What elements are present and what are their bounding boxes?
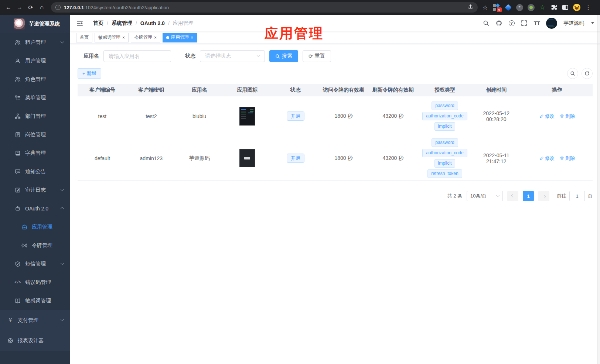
sidebar-item-sms[interactable]: 短信管理 [0,255,70,273]
status-select[interactable]: 请选择状态 [200,50,265,62]
grant-tag: implicit [434,122,456,131]
chevron-down-icon [61,261,64,265]
goto-page-input[interactable] [569,191,585,201]
user-avatar[interactable] [546,18,557,29]
chevron-down-icon [61,317,64,321]
extension-green-dot-icon[interactable] [527,4,535,11]
menu-tree-icon [15,95,21,101]
tab-home[interactable]: 首页 [76,33,92,42]
sidebar-item-notice[interactable]: 通知公告 [0,162,70,181]
browser-home-button[interactable]: ⌂ [37,3,47,12]
extensions-puzzle-icon[interactable] [550,4,558,11]
app-name-input[interactable] [103,50,171,62]
edit-button[interactable]: 修改 [539,113,555,120]
page-unit-label: 页 [588,193,593,199]
bookmark-star-icon[interactable]: ☆ [481,4,489,11]
header-search-icon[interactable] [483,20,490,27]
sidebar-item-dept[interactable]: 部门管理 [0,107,70,126]
breadcrumb-home[interactable]: 首页 [93,20,103,27]
table-row: default admin123 芋道源码 开启 1800 秒 43200 秒 … [78,136,593,181]
sidebar-item-pay[interactable]: ¥ 支付管理 [0,310,70,330]
close-icon[interactable]: × [154,35,157,40]
top-navbar: 首页 / 系统管理 / OAuth 2.0 / 应用管理 ? TT [70,15,600,31]
sidebar-item-tenant[interactable]: 租户管理 [0,33,70,52]
sidebar-item-role[interactable]: 角色管理 [0,70,70,89]
browser-forward-button[interactable]: → [15,3,24,12]
sidebar-item-error-code[interactable]: </> 错误码管理 [0,273,70,292]
page-size-select[interactable]: 10条/页 [467,191,503,201]
tab-sensitive-word[interactable]: 敏感词管理 × [95,33,129,42]
address-bar[interactable]: i 127.0.0.1 :1024/system/oauth2/oauth2/a… [51,2,478,13]
sidebar-item-user[interactable]: 用户管理 [0,52,70,70]
sidebar-item-oauth2-application[interactable]: 应用管理 [0,218,70,236]
reset-button[interactable]: ⟳ 重置 [303,50,331,62]
message-icon [15,169,21,175]
help-icon[interactable]: ? [509,20,515,26]
side-panel-icon[interactable] [562,4,569,11]
username[interactable]: 芋道源码 [563,20,584,27]
close-icon[interactable]: × [191,35,193,40]
font-size-icon[interactable]: TT [534,20,540,26]
sidebar-item-sensitive-word[interactable]: 敏感词管理 [0,292,70,310]
sidebar-collapse-icon[interactable] [76,20,83,27]
site-info-icon[interactable]: i [55,5,61,10]
status-badge: 开启 [287,154,304,163]
cell-secret: admin123 [127,155,175,161]
next-page-button[interactable] [538,191,549,201]
goto-label: 前往 [557,193,566,199]
refresh-table-button[interactable] [582,68,593,79]
page-number-active[interactable]: 1 [523,191,534,201]
extension-asterisk-icon[interactable]: * [516,4,523,11]
id-badge-icon [15,132,21,138]
sidebar-item-menu[interactable]: 菜单管理 [0,89,70,107]
ext-square [493,8,496,11]
app-logo[interactable]: 芋道管理系统 [0,15,70,33]
user-menu-caret-icon[interactable] [591,22,594,24]
prev-page-button[interactable] [507,191,518,201]
filter-form: 应用名 状态 请选择状态 搜索 ⟳ 重置 [83,50,593,62]
extension-green-star-icon[interactable]: ☆ [539,4,546,11]
extension-gem-icon[interactable] [504,4,512,11]
delete-button[interactable]: 删除 [560,155,575,162]
user-icon [15,58,21,64]
window-scrollbar[interactable] [597,15,600,364]
tags-view-bar: 首页 敏感词管理 × 令牌管理 × 应用管理 × [70,31,600,44]
sidebar-item-oauth2[interactable]: OAuth 2.0 [0,199,70,218]
tab-token[interactable]: 令牌管理 × [131,33,160,42]
app-icon-image [239,107,255,126]
breadcrumb-oauth2[interactable]: OAuth 2.0 [140,20,165,26]
extension-password-manager-icon[interactable]: 9 [493,4,500,11]
show-search-button[interactable] [567,68,578,79]
robot-icon [15,206,21,212]
sidebar-item-report-designer[interactable]: 报表设计器 [0,330,70,351]
breadcrumb: 首页 / 系统管理 / OAuth 2.0 / 应用管理 [93,20,194,27]
sidebar-item-audit-log[interactable]: 审计日志 [0,181,70,199]
cell-created: 2022-05-12 00:28:20 [471,110,522,122]
close-icon[interactable]: × [122,35,125,40]
browser-back-button[interactable]: ← [4,3,13,12]
users-icon [15,40,21,45]
tab-application-active[interactable]: 应用管理 × [163,33,197,42]
share-icon[interactable] [468,4,473,11]
total-count: 共 2 条 [447,193,462,199]
delete-button[interactable]: 删除 [560,113,575,120]
cell-refresh-validity: 43200 秒 [368,113,419,120]
github-icon[interactable] [496,20,502,27]
edit-button[interactable]: 修改 [539,155,555,162]
browser-menu-icon[interactable]: ⋮ [584,4,592,11]
chevron-down-icon [496,193,500,197]
search-button[interactable]: 搜索 [269,50,298,62]
browser-reload-button[interactable]: ⟳ [26,3,35,12]
sidebar-item-dict[interactable]: 字典管理 [0,144,70,162]
sidebar-item-post[interactable]: 岗位管理 [0,126,70,144]
add-button[interactable]: + 新增 [78,68,101,79]
yen-icon: ¥ [7,317,13,323]
profile-avatar-emoji[interactable] [573,4,580,11]
sidebar-item-oauth2-token[interactable]: 令牌管理 [0,236,70,255]
cell-access-validity: 1800 秒 [320,155,368,162]
fullscreen-icon[interactable] [521,20,528,27]
breadcrumb-system[interactable]: 系统管理 [112,20,132,27]
report-wheel-icon [7,338,13,344]
edit-log-icon [15,187,21,193]
grant-tag: password [432,138,458,147]
